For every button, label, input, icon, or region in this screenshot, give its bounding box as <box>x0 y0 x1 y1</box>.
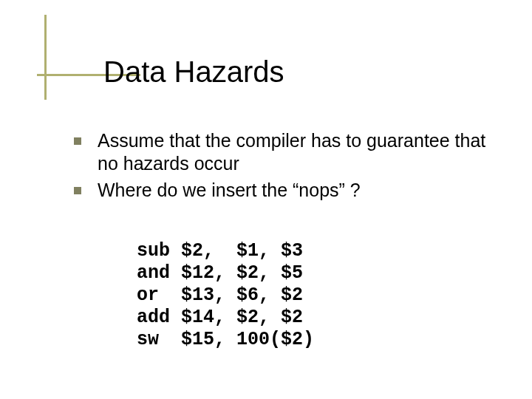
bullet-marker-icon <box>74 137 81 145</box>
slide-title: Data Hazards <box>103 55 284 89</box>
slide: Data Hazards Assume that the compiler ha… <box>0 0 532 399</box>
body-area: Assume that the compiler has to guarante… <box>74 129 502 205</box>
title-area: Data Hazards <box>37 26 502 85</box>
bullet-text: Assume that the compiler has to guarante… <box>98 129 502 176</box>
bullet-item: Assume that the compiler has to guarante… <box>74 129 502 176</box>
bullet-text: Where do we insert the “nops” ? <box>98 179 361 202</box>
bullet-marker-icon <box>74 187 81 194</box>
code-block: sub $2, $1, $3 and $12, $2, $5 or $13, $… <box>137 240 314 351</box>
bullet-item: Where do we insert the “nops” ? <box>74 179 502 202</box>
